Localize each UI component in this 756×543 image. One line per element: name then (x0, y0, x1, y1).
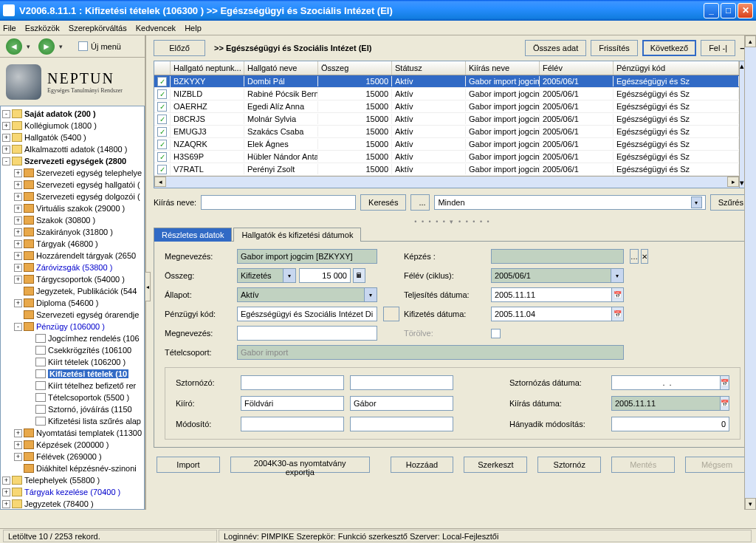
refresh-button[interactable]: Frissítés (591, 40, 638, 56)
fld-osszeg[interactable] (299, 268, 351, 283)
search-button[interactable]: Keresés (360, 194, 406, 211)
prev-button[interactable]: Előző (154, 40, 205, 56)
kifizetes-cal-icon[interactable]: 📅 (611, 307, 624, 321)
felev-drop[interactable]: ▾ (611, 268, 624, 283)
search-more-button[interactable]: ... (410, 194, 430, 211)
tree-item[interactable]: -Pénzügy (106000 ) (2, 321, 142, 332)
tree-item[interactable]: +Nyomtatási templatek (11300 (2, 427, 142, 439)
tree-label[interactable]: Jogcímhez rendelés (106 (48, 334, 140, 343)
col-felev[interactable]: Félév (540, 61, 614, 75)
tree-label[interactable]: Hozzárendelt tárgyak (2650 (36, 251, 136, 260)
tree-item[interactable]: +Tárgyak kezelése (70400 ) (2, 486, 142, 498)
fld-penzugyi[interactable] (237, 307, 377, 321)
tree-item[interactable]: +Szervezeti egység dolgozói ( (2, 191, 142, 202)
nav-fwd-drop[interactable]: ▾ (59, 43, 66, 50)
all-data-button[interactable]: Összes adat (525, 40, 586, 56)
fld-kiiro-vez[interactable] (241, 396, 344, 411)
tree-item[interactable]: +Szervezeti egység telephelye (2, 167, 142, 179)
fld-kiirasdatum[interactable] (611, 396, 721, 411)
storno-button[interactable]: Sztornóz (537, 457, 601, 473)
fld-felev[interactable] (491, 268, 611, 283)
fld-sztornozas-datum[interactable] (611, 375, 721, 390)
tree-item[interactable]: +Hozzárendelt tárgyak (2650 (2, 250, 142, 262)
kiirasdatum-cal-icon[interactable]: 📅 (720, 396, 729, 411)
export-button[interactable]: 2004K30-as nyomtatvány exportja (230, 457, 370, 473)
osszeg-tipus-drop[interactable]: ▾ (284, 268, 296, 283)
fld-megnevezes2[interactable] (237, 326, 377, 341)
tree-item[interactable]: Diákhitel képzésnév-szinoni (2, 462, 142, 474)
tree-item[interactable]: +Kollégiumok (1800 ) (2, 120, 142, 132)
search-input[interactable] (201, 195, 356, 210)
nav-back-drop[interactable]: ▾ (27, 43, 34, 50)
data-grid[interactable]: Hallgató neptunk... Hallgató neve Összeg… (154, 61, 752, 188)
add-button[interactable]: Hozzáad (391, 457, 454, 473)
tree-label[interactable]: Kifizetési lista szűrés alap (48, 417, 141, 426)
tree-label[interactable]: Kiírt tételhez befizető rer (48, 381, 136, 390)
tree-expander[interactable]: + (14, 205, 22, 213)
tree-label[interactable]: Képzések (200000 ) (36, 440, 109, 449)
nav-forward-button[interactable]: ► (38, 38, 55, 55)
row-checkbox[interactable]: ✓ (157, 115, 167, 124)
pane-divider[interactable]: • • • • • ▾ • • • • • (154, 218, 752, 225)
tree-label[interactable]: Szervezeti egység dolgozói ( (36, 192, 140, 201)
sztornozas-cal-icon[interactable]: 📅 (720, 375, 729, 390)
tree-item[interactable]: Jogcímhez rendelés (106 (2, 332, 142, 344)
tree-expander[interactable]: + (2, 122, 10, 130)
tree-item[interactable]: +Diploma (54600 ) (2, 297, 142, 309)
kepzes-browse-button[interactable]: … (630, 249, 639, 264)
fld-sztornozo-ker[interactable] (350, 375, 453, 390)
tree-expander[interactable]: + (2, 488, 10, 496)
row-checkbox[interactable]: ✓ (157, 152, 167, 162)
splitter-handle[interactable]: ◂ (145, 272, 151, 301)
edit-button[interactable]: Szerkeszt (464, 457, 527, 473)
tree-item[interactable]: +Jegyzetek (78400 ) (2, 498, 142, 510)
grid-hscroll[interactable]: ◂▸ (154, 176, 739, 188)
tree-label[interactable]: Csekkrögzítés (106100 (48, 346, 131, 355)
tree-label[interactable]: Hallgatók (5400 ) (24, 133, 86, 142)
fld-teljesites[interactable] (491, 287, 612, 302)
fld-kifizetes[interactable] (491, 307, 612, 321)
tree-item[interactable]: Jegyzetek, Publikációk (544 (2, 285, 142, 297)
tree-label[interactable]: Szervezeti egység órarendje (36, 310, 139, 319)
tree-expander[interactable]: - (14, 323, 22, 331)
tab-reszletes[interactable]: Részletes adatok (154, 228, 232, 242)
next-button[interactable]: Következő (642, 40, 696, 56)
tree-expander[interactable]: + (14, 252, 22, 260)
fld-kepzes[interactable] (491, 249, 624, 264)
tree-item[interactable]: Kifizetési tételek (10 (2, 368, 142, 380)
tree-label[interactable]: Tárgyak (46800 ) (36, 239, 98, 248)
pane-vscroll[interactable]: ▴▾ (744, 35, 756, 510)
tree-item[interactable]: -Szervezeti egységek (2800 (2, 155, 142, 167)
grid-header[interactable]: Hallgató neptunk... Hallgató neve Összeg… (154, 61, 739, 75)
menu-file[interactable]: File (3, 24, 16, 33)
tree-expander[interactable]: + (14, 181, 22, 189)
tree-expander[interactable]: + (14, 276, 22, 284)
tree-item[interactable]: Kiírt tételek (106200 ) (2, 356, 142, 368)
tree-label[interactable]: Nyomtatási templatek (11300 (36, 428, 142, 437)
table-row[interactable]: ✓H3S69PHübler Nándor Anta15000AktívGabor… (154, 151, 739, 163)
tree-item[interactable]: +Tárgycsoportok (54000 ) (2, 273, 142, 285)
fld-modosito-ker[interactable] (350, 417, 453, 431)
menu-help[interactable]: Help (185, 24, 202, 33)
tree-label[interactable]: Tárgyak kezelése (70400 ) (24, 488, 120, 496)
row-checkbox[interactable]: ✓ (157, 89, 167, 99)
tree-label[interactable]: Pénzügy (106000 ) (36, 322, 105, 331)
allapot-drop[interactable]: ▾ (365, 287, 377, 302)
tree-label[interactable]: Saját adatok (200 ) (24, 109, 96, 118)
nav-back-button[interactable]: ◄ (6, 38, 22, 55)
tree-label[interactable]: Tárgycsoportok (54000 ) (36, 275, 125, 284)
menu-szerepkor[interactable]: Szerepkörváltás (69, 24, 127, 33)
tree-item[interactable]: Tételcsoportok (5500 ) (2, 392, 142, 403)
tree-label[interactable]: Diákhitel képzésnév-szinoni (36, 464, 137, 473)
tree-expander[interactable]: + (14, 240, 22, 248)
fld-tetelcsoport[interactable] (237, 345, 624, 360)
tree-item[interactable]: Kifizetési lista szűrés alap (2, 415, 142, 427)
fld-kiiro-ker[interactable] (350, 396, 453, 411)
tree-label[interactable]: Szervezeti egység telephelye (36, 168, 142, 177)
row-checkbox[interactable]: ✓ (157, 77, 167, 86)
penzugyi-browse-button[interactable] (383, 307, 399, 321)
tree-expander[interactable]: + (14, 169, 22, 177)
teljesites-cal-icon[interactable]: 📅 (611, 287, 624, 302)
tree-expander[interactable]: + (2, 477, 10, 485)
fld-osszeg-tipus[interactable] (237, 268, 284, 283)
